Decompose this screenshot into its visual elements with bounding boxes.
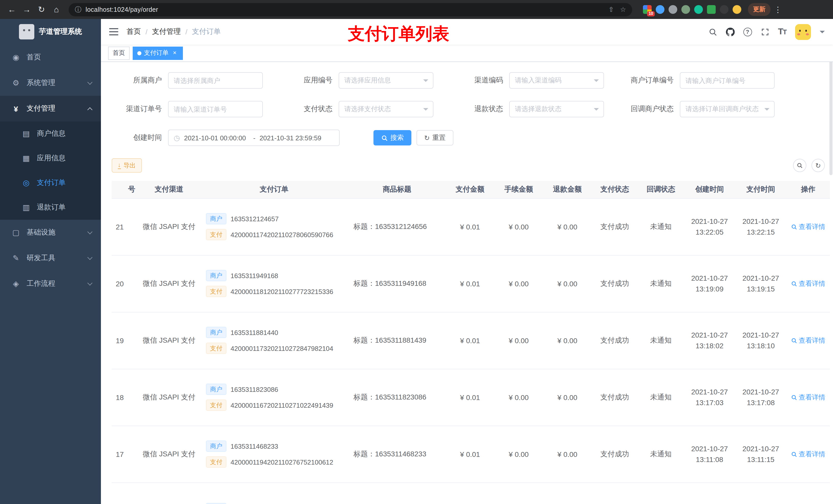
extension-icon[interactable] <box>720 5 729 14</box>
select-placeholder: 请输入渠道编码 <box>515 76 598 85</box>
font-size-icon[interactable]: TT <box>778 27 786 37</box>
sidebar-item-merchant-info[interactable]: ▤ 商户信息 <box>0 121 101 146</box>
payment-submenu: ▤ 商户信息 ▦ 应用信息 ◎ 支付订单 ▥ 退款订单 <box>0 121 101 220</box>
sidebar-item-refund-order[interactable]: ▥ 退款订单 <box>0 195 101 220</box>
clock-icon: ◷ <box>174 134 180 142</box>
close-icon[interactable]: × <box>171 49 178 56</box>
merchant-order-no-input[interactable] <box>680 72 775 89</box>
sidebar-item-pay-order[interactable]: ◎ 支付订单 <box>0 171 101 195</box>
toggle-search-button[interactable] <box>793 159 806 172</box>
view-detail-link[interactable]: 查看详情 <box>791 279 825 288</box>
breadcrumb-home[interactable]: 首页 <box>126 27 141 37</box>
create-time-range-picker[interactable]: ◷ - <box>168 129 340 146</box>
browser-window: ← → ↻ ⌂ ⓘ localhost:1024/pay/order ⇧ ☆ 1… <box>0 0 833 504</box>
pay-badge: 支付 <box>206 456 227 467</box>
filter-pay-status: 支付状态 请选择支付状态 <box>282 101 433 117</box>
channel-pay-no: 4200001194202110276752100612 <box>231 458 333 466</box>
cell-pay-order: 商户1635311881440 支付4200001173202110272847… <box>200 312 348 369</box>
merchant-input[interactable] <box>168 72 263 89</box>
page-scrollbar[interactable] <box>829 47 832 175</box>
tab-pay-order[interactable]: 支付订单 × <box>133 46 183 60</box>
sidebar-item-home[interactable]: ◉ 首页 <box>0 45 101 70</box>
address-bar[interactable]: ⓘ localhost:1024/pay/order ⇧ ☆ <box>69 3 632 16</box>
view-detail-link[interactable]: 查看详情 <box>791 450 825 459</box>
site-info-icon[interactable]: ⓘ <box>75 5 81 14</box>
back-icon[interactable]: ← <box>6 5 18 14</box>
cell-pay-channel: 微信 JSAPI 支付 <box>138 369 200 426</box>
bookmark-star-icon[interactable]: ☆ <box>620 6 626 13</box>
cell-pay-order: 商户1635311823086 支付4200001167202110271022… <box>200 369 348 426</box>
view-detail-link[interactable]: 查看详情 <box>791 392 825 402</box>
channel-pay-no: 4200001181202110277723215336 <box>231 288 333 295</box>
share-icon[interactable]: ⇧ <box>609 6 614 13</box>
home-icon[interactable]: ⌂ <box>51 5 62 14</box>
forward-icon[interactable]: → <box>21 5 32 14</box>
fullscreen-icon[interactable] <box>761 27 769 36</box>
chevron-down-icon <box>87 229 93 234</box>
refresh-button[interactable]: ↻ <box>811 159 825 172</box>
export-button[interactable]: ↓ 导出 <box>112 158 142 173</box>
search-button[interactable]: 搜索 <box>374 130 411 145</box>
extension-icon[interactable] <box>669 5 677 14</box>
channel-order-no-input-field[interactable] <box>174 105 257 113</box>
hamburger-icon[interactable] <box>109 28 118 35</box>
extension-icon[interactable] <box>694 5 703 14</box>
merchant-order-no: 1635312124657 <box>231 215 279 222</box>
profile-avatar-icon[interactable] <box>733 5 741 14</box>
app-logo <box>19 24 34 40</box>
end-date-input[interactable] <box>260 134 325 142</box>
start-date-input[interactable] <box>184 134 249 142</box>
table-row: 18 微信 JSAPI 支付 商户1635311823086 支付4200001… <box>112 369 830 426</box>
sidebar-item-payment[interactable]: ¥ 支付管理 <box>0 96 101 121</box>
merchant-order-no-input-field[interactable] <box>686 77 769 84</box>
chevron-down-icon <box>594 79 599 85</box>
callback-status-select[interactable]: 请选择订单回调商户状态 <box>680 101 775 117</box>
help-icon[interactable]: ? <box>743 27 752 36</box>
reload-icon[interactable]: ↻ <box>36 5 47 14</box>
sidebar-item-system[interactable]: ⚙ 系统管理 <box>0 70 101 96</box>
cell-pay-channel: 微信 JSAPI 支付 <box>138 426 200 482</box>
breadcrumb-section[interactable]: 支付管理 <box>152 27 181 37</box>
extension-badge: 10 <box>647 11 655 16</box>
extension-icon[interactable] <box>656 5 664 14</box>
sidebar-item-dev-tools[interactable]: ✎ 研发工具 <box>0 245 101 271</box>
app-no-select[interactable]: 请选择应用信息 <box>339 72 433 89</box>
github-icon[interactable] <box>726 27 734 36</box>
table-row: 17 微信 JSAPI 支付 商户1635311468233 支付4200001… <box>112 426 830 482</box>
avatar-dropdown-caret-icon[interactable] <box>820 30 825 35</box>
cell-callback-status: 未通知 <box>638 312 684 369</box>
target-icon: ◎ <box>21 178 32 188</box>
browser-menu-icon[interactable]: ⋮ <box>774 5 780 14</box>
select-placeholder: 请选择订单回调商户状态 <box>686 104 769 114</box>
pay-status-select[interactable]: 请选择支付状态 <box>339 101 433 117</box>
cell-pay-channel <box>138 482 200 504</box>
cell-actions: 查看详情 <box>786 255 830 312</box>
url-text: localhost:1024/pay/order <box>86 6 158 13</box>
reset-button[interactable]: ↻ 重置 <box>416 130 453 145</box>
tab-home[interactable]: 首页 <box>108 46 129 60</box>
merchant-badge: 商户 <box>206 503 227 504</box>
monitor-icon: ▢ <box>10 228 22 237</box>
cell-product-title: 标题：1635311468233 <box>348 426 446 482</box>
refund-status-select[interactable]: 请选择退款状态 <box>509 101 604 117</box>
sidebar-item-infrastructure[interactable]: ▢ 基础设施 <box>0 220 101 245</box>
channel-order-no-input[interactable] <box>168 101 263 117</box>
extension-icon[interactable] <box>681 5 690 14</box>
sidebar-item-app-info[interactable]: ▦ 应用信息 <box>0 146 101 171</box>
channel-code-select[interactable]: 请输入渠道编码 <box>509 72 604 89</box>
merchant-input-field[interactable] <box>174 77 257 84</box>
extension-icon[interactable]: 10 <box>643 5 652 14</box>
merchant-badge: 商户 <box>206 327 227 338</box>
tools-icon: ✎ <box>10 254 22 263</box>
filter-app-no: 应用编号 请选择应用信息 <box>282 72 433 89</box>
app-logo-row: 芋道管理系统 <box>0 19 101 45</box>
search-icon[interactable] <box>708 27 717 36</box>
sidebar-item-workflow[interactable]: ◈ 工作流程 <box>0 271 101 296</box>
merchant-order-no: 1635311881440 <box>231 329 278 336</box>
view-detail-link[interactable]: 查看详情 <box>791 222 825 231</box>
view-detail-link[interactable]: 查看详情 <box>791 336 825 345</box>
extension-icon[interactable] <box>707 5 716 14</box>
browser-update-button[interactable]: 更新 <box>748 3 770 16</box>
cell-callback-status: 未通知 <box>638 426 684 482</box>
user-avatar[interactable] <box>795 24 811 40</box>
